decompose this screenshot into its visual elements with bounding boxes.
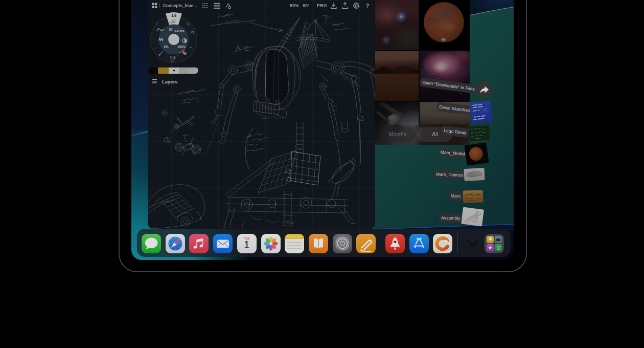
svg-text:0%: 0% — [164, 45, 169, 49]
svg-text:PRO: PRO — [317, 3, 327, 8]
svg-text:100%: 100% — [177, 45, 186, 49]
svg-text:8.8: 8.8 — [170, 59, 174, 62]
svg-text:1.6: 1.6 — [171, 14, 176, 17]
svg-text:1.6 pts: 1.6 pts — [174, 29, 185, 32]
svg-text:Concepts_blue...: Concepts_blue... — [163, 3, 197, 8]
svg-text:Layers: Layers — [162, 79, 178, 84]
svg-text:90°: 90° — [303, 3, 310, 8]
svg-text:59%: 59% — [290, 3, 298, 8]
svg-text:?: ? — [366, 3, 369, 9]
